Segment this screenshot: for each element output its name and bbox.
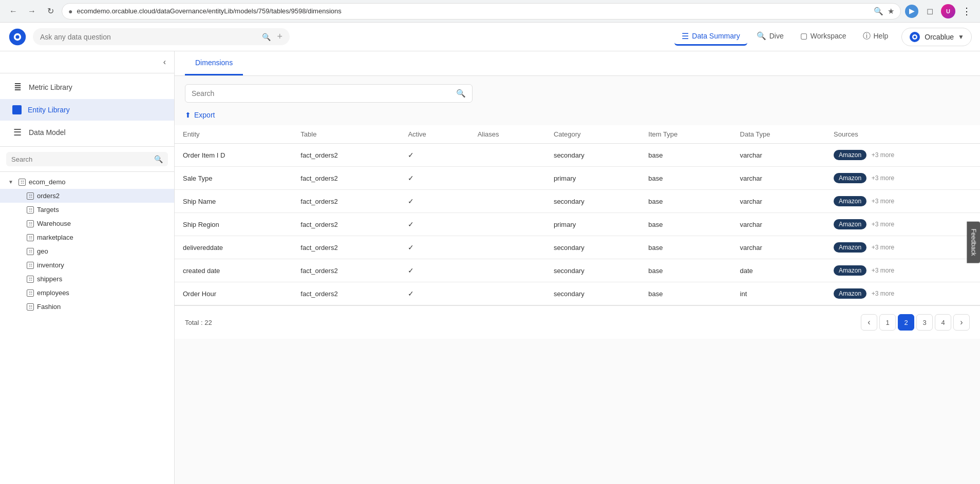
nav-dive[interactable]: 🔍 Dive — [749, 28, 791, 45]
col-category: Category — [545, 125, 640, 144]
pagination-page-3[interactable]: 3 — [916, 314, 933, 331]
tree-item-marketplace[interactable]: ☷ marketplace — [0, 230, 174, 244]
browser-url-bar[interactable]: ● ecomdemo.orcablue.cloud/dataGovernance… — [62, 3, 901, 20]
col-aliases: Aliases — [469, 125, 545, 144]
cell-data-type-2: varchar — [732, 190, 826, 213]
cell-active-3: ✓ — [400, 213, 469, 236]
tab-dimensions-label: Dimensions — [195, 59, 233, 67]
sidebar-item-data-model[interactable]: ☰ Data Model — [0, 121, 174, 144]
cell-category-1: primary — [545, 167, 640, 190]
cell-item-type-1: base — [640, 167, 731, 190]
nav-workspace[interactable]: ▢ Workspace — [793, 28, 854, 45]
tree-root-ecom-demo[interactable]: ▼ ☷ ecom_demo — [0, 175, 174, 189]
nav-data-summary[interactable]: ☰ Data Summary — [674, 28, 747, 46]
tree-shippers-icon: ☷ — [27, 276, 34, 283]
tree-item-warehouse[interactable]: ☷ Warehouse — [0, 217, 174, 230]
sidebar-data-model-label: Data Model — [29, 128, 66, 137]
feedback-tab[interactable]: Feedback — [967, 221, 980, 263]
pagination-page-4[interactable]: 4 — [935, 314, 951, 331]
tree-item-targets[interactable]: ☷ Targets — [0, 203, 174, 217]
tree-item-geo[interactable]: ☷ geo — [0, 244, 174, 258]
cell-sources-2: Amazon +3 more — [825, 190, 980, 213]
tree-item-employees[interactable]: ☷ employees — [0, 286, 174, 300]
active-checkmark-5: ✓ — [408, 266, 414, 275]
content-search-bar: 🔍 — [175, 76, 980, 107]
cell-category-6: secondary — [545, 282, 640, 305]
tree-fashion-icon: ☷ — [27, 303, 34, 311]
cell-aliases-4 — [469, 236, 545, 259]
svg-point-5 — [914, 35, 916, 38]
tree-item-inventory[interactable]: ☷ inventory — [0, 258, 174, 272]
source-badge-3: Amazon — [834, 219, 866, 229]
browser-menu-button[interactable]: ⋮ — [959, 4, 974, 18]
sidebar-collapse-button[interactable]: ‹ — [161, 55, 168, 69]
brand-dropdown[interactable]: Orcablue ▼ — [901, 28, 972, 46]
header-search-input[interactable] — [40, 33, 258, 41]
pagination-controls: ‹ 1 2 3 4 › — [861, 314, 970, 331]
app-logo[interactable] — [8, 28, 27, 46]
content-search-input[interactable] — [192, 89, 452, 98]
nav-dive-label: Dive — [769, 32, 784, 40]
table-row: created date fact_orders2 ✓ secondary ba… — [175, 259, 980, 282]
active-checkmark-0: ✓ — [408, 151, 414, 159]
header-search-box[interactable]: 🔍 + — [33, 28, 290, 45]
cell-data-type-6: int — [732, 282, 826, 305]
table-row: Ship Name fact_orders2 ✓ secondary base … — [175, 190, 980, 213]
browser-forward-button[interactable]: → — [25, 4, 39, 18]
pagination-next-button[interactable]: › — [953, 314, 970, 331]
tree-orders2-icon: ☷ — [27, 192, 34, 200]
extension-icon-2[interactable]: ◻ — [922, 4, 937, 18]
tree-warehouse-icon: ☷ — [27, 220, 34, 227]
orca-logo-small — [909, 31, 920, 43]
table-row: delivereddate fact_orders2 ✓ secondary b… — [175, 236, 980, 259]
tree-marketplace-icon: ☷ — [27, 234, 34, 241]
tree-item-shippers[interactable]: ☷ shippers — [0, 272, 174, 286]
cell-aliases-3 — [469, 213, 545, 236]
source-more-5: +3 more — [872, 267, 894, 274]
help-icon: ⓘ — [863, 31, 871, 41]
tab-dimensions[interactable]: Dimensions — [185, 51, 243, 75]
app-header: 🔍 + ☰ Data Summary 🔍 Dive ▢ Workspace ⓘ … — [0, 23, 980, 51]
browser-reload-button[interactable]: ↻ — [43, 4, 58, 18]
data-model-icon: ☰ — [12, 127, 23, 138]
workspace-icon: ▢ — [800, 31, 807, 41]
browser-back-button[interactable]: ← — [6, 4, 21, 18]
cell-category-2: secondary — [545, 190, 640, 213]
cell-entity-1: Sale Type — [175, 167, 292, 190]
content-inner: 🔍 ⬆ Export Entity Table Active — [175, 76, 980, 484]
export-label: Export — [194, 111, 215, 119]
cell-table-3: fact_orders2 — [292, 213, 400, 236]
source-more-4: +3 more — [872, 244, 894, 251]
sidebar-item-metric-library[interactable]: ≣ Metric Library — [0, 75, 174, 99]
table-row: Order Item I D fact_orders2 ✓ secondary … — [175, 144, 980, 167]
cell-data-type-1: varchar — [732, 167, 826, 190]
user-avatar[interactable]: U — [941, 4, 955, 18]
cell-entity-6: Order Hour — [175, 282, 292, 305]
tree-item-fashion[interactable]: ☷ Fashion — [0, 300, 174, 314]
source-badge-1: Amazon — [834, 173, 866, 183]
cell-sources-0: Amazon +3 more — [825, 144, 980, 167]
cell-aliases-1 — [469, 167, 545, 190]
sidebar-item-entity-library[interactable]: Entity Library — [0, 99, 174, 121]
export-button[interactable]: ⬆ Export — [185, 111, 215, 119]
table-row: Ship Region fact_orders2 ✓ primary base … — [175, 213, 980, 236]
content-search-box[interactable]: 🔍 — [185, 84, 473, 103]
metric-library-icon: ≣ — [12, 82, 23, 93]
cell-data-type-0: varchar — [732, 144, 826, 167]
source-badge-5: Amazon — [834, 265, 866, 276]
nav-help-label: Help — [874, 32, 889, 40]
tree-item-orders2[interactable]: ☷ orders2 — [0, 189, 174, 203]
tree-geo-label: geo — [37, 247, 48, 255]
nav-help[interactable]: ⓘ Help — [856, 28, 896, 46]
cell-sources-6: Amazon +3 more — [825, 282, 980, 305]
extension-icon-1[interactable]: ▶ — [905, 5, 918, 18]
sidebar-search-field[interactable] — [11, 156, 150, 163]
sidebar-metric-library-label: Metric Library — [29, 83, 72, 91]
pagination-page-1[interactable]: 1 — [879, 314, 896, 331]
sidebar-search-input-box[interactable]: 🔍 — [6, 152, 168, 166]
source-badge-0: Amazon — [834, 150, 866, 160]
sidebar: ‹ ≣ Metric Library Entity Library ☰ Data… — [0, 51, 175, 484]
pagination-prev-button[interactable]: ‹ — [861, 314, 877, 331]
pagination-page-2[interactable]: 2 — [898, 314, 914, 331]
tree-expand-icon: ▼ — [8, 179, 15, 185]
